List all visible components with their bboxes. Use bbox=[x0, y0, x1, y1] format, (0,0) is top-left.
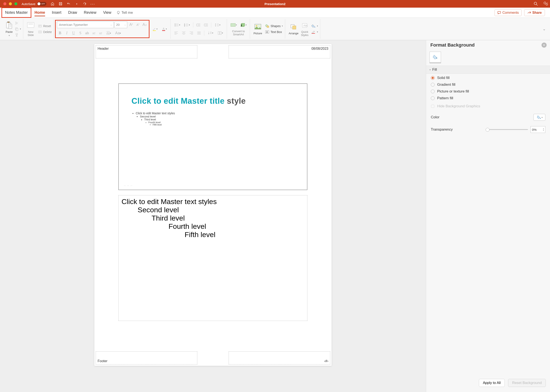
numbering-button[interactable]: 123▾ bbox=[183, 22, 191, 28]
share-button[interactable]: Share bbox=[524, 9, 545, 16]
account-icon[interactable] bbox=[543, 1, 548, 6]
tell-me-button[interactable]: Tell me bbox=[116, 11, 133, 15]
solid-fill-option[interactable]: Solid fill bbox=[431, 76, 545, 80]
transparency-input[interactable]: 0%▴▾ bbox=[530, 126, 545, 133]
align-left-button[interactable] bbox=[173, 30, 180, 36]
shrink-font-button[interactable]: A▾ bbox=[135, 21, 141, 28]
bold-button[interactable]: B bbox=[57, 30, 63, 37]
close-panel-button[interactable]: ✕ bbox=[542, 42, 547, 48]
tab-draw[interactable]: Draw bbox=[65, 8, 80, 18]
radio-icon bbox=[431, 83, 435, 87]
save-icon[interactable] bbox=[59, 2, 63, 6]
strikethrough-button[interactable]: ab bbox=[84, 30, 90, 37]
change-case-button[interactable]: Aa▾ bbox=[114, 30, 122, 37]
notes-placeholder[interactable]: Click to edit Master text styles Second … bbox=[118, 195, 307, 321]
convert-smartart-button[interactable]: Convert to SmartArt bbox=[232, 30, 245, 36]
new-slide-button[interactable]: New Slide bbox=[25, 21, 36, 37]
cut-button[interactable] bbox=[15, 21, 21, 25]
slide-thumbnail[interactable]: Click to edit Master title style Click t… bbox=[118, 83, 307, 190]
shape-style2-button[interactable]: ▾ bbox=[239, 22, 248, 28]
textbox-label: Text Box bbox=[271, 30, 282, 34]
main-area: Header 08/08/2023 Click to edit Master t… bbox=[0, 40, 550, 392]
comments-button[interactable]: Comments bbox=[494, 9, 522, 16]
autosave-switch[interactable]: OFF bbox=[37, 2, 46, 6]
chevron-down-icon: ▾ bbox=[282, 25, 283, 27]
highlight-button[interactable]: ▾ bbox=[150, 26, 159, 32]
superscript-button[interactable]: x2 bbox=[91, 30, 97, 37]
quick-styles-button[interactable]: Abc Quick Styles bbox=[300, 21, 310, 37]
reset-button[interactable]: Reset bbox=[38, 24, 52, 28]
home-icon[interactable] bbox=[51, 2, 54, 6]
shadow-button[interactable]: S bbox=[77, 30, 83, 37]
justify-button[interactable] bbox=[196, 30, 202, 36]
page-number-placeholder[interactable]: ‹#› bbox=[229, 351, 330, 364]
canvas-area[interactable]: Header 08/08/2023 Click to edit Master t… bbox=[0, 40, 426, 392]
arrange-button[interactable]: Arrange bbox=[287, 22, 300, 35]
redo-icon[interactable] bbox=[83, 2, 87, 6]
bullets-button[interactable]: ▾ bbox=[173, 22, 182, 28]
color-picker-button[interactable]: ▾ bbox=[534, 114, 545, 121]
footer-placeholder[interactable]: Footer bbox=[96, 351, 197, 364]
shapes-button[interactable]: Shapes▾ bbox=[265, 24, 283, 28]
subscript-button[interactable]: x2 bbox=[98, 30, 104, 37]
shape-outline-button[interactable]: ▾ bbox=[311, 30, 318, 34]
italic-button[interactable]: I bbox=[64, 30, 70, 37]
svg-text:Abc: Abc bbox=[303, 24, 308, 27]
delete-button[interactable]: Delete bbox=[38, 30, 52, 34]
text-direction-button[interactable]: ▾ bbox=[206, 30, 215, 36]
clear-format-button[interactable]: A∅ bbox=[142, 21, 148, 28]
transparency-slider[interactable] bbox=[486, 129, 528, 130]
gradient-fill-option[interactable]: Gradient fill bbox=[431, 83, 545, 87]
undo-dropdown-icon[interactable]: ▾ bbox=[75, 2, 78, 6]
search-icon[interactable] bbox=[534, 1, 538, 6]
format-painter-button[interactable] bbox=[15, 33, 21, 37]
apply-all-button[interactable]: Apply to All bbox=[479, 379, 505, 387]
highlight-icon bbox=[152, 27, 156, 31]
tab-view[interactable]: View bbox=[100, 8, 115, 18]
tab-insert[interactable]: Insert bbox=[49, 8, 65, 18]
align-center-button[interactable] bbox=[180, 30, 187, 36]
header-placeholder[interactable]: Header bbox=[96, 45, 197, 58]
tab-review[interactable]: Review bbox=[80, 8, 100, 18]
textbox-button[interactable]: AText Box bbox=[265, 30, 283, 34]
pattern-fill-option[interactable]: Pattern fill bbox=[431, 96, 545, 100]
columns-button[interactable]: ▾ bbox=[216, 30, 225, 36]
align-right-button[interactable] bbox=[188, 30, 195, 36]
undo-icon[interactable] bbox=[67, 2, 71, 6]
svg-rect-16 bbox=[153, 30, 156, 31]
paste-button[interactable]: Paste ▾ bbox=[4, 21, 14, 37]
header-text: Header bbox=[98, 47, 109, 50]
underline-button[interactable]: U bbox=[71, 30, 77, 37]
grow-font-button[interactable]: A▴ bbox=[128, 21, 134, 28]
close-window-icon[interactable] bbox=[3, 2, 6, 5]
fill-tab[interactable] bbox=[430, 52, 441, 63]
minimize-window-icon[interactable] bbox=[9, 2, 12, 5]
char-spacing-button[interactable]: AV▾ bbox=[104, 30, 113, 37]
font-color-button[interactable]: A▾ bbox=[160, 26, 168, 32]
quick-styles-icon: Abc bbox=[301, 21, 308, 29]
shape-style1-button[interactable]: ▾ bbox=[229, 22, 238, 28]
maximize-window-icon[interactable] bbox=[14, 2, 17, 5]
tab-notes-master[interactable]: Notes Master bbox=[2, 8, 31, 18]
increase-indent-button[interactable] bbox=[203, 22, 209, 28]
fill-section[interactable]: ▾Fill bbox=[426, 66, 550, 74]
svg-text:A: A bbox=[162, 27, 165, 30]
notes-page[interactable]: Header 08/08/2023 Click to edit Master t… bbox=[94, 44, 331, 366]
window-controls[interactable] bbox=[3, 2, 17, 5]
paragraph-group: ▾ 123▾ ▾ ▾ ▾ bbox=[171, 19, 227, 39]
line-spacing-button[interactable]: ▾ bbox=[213, 22, 222, 28]
copy-button[interactable]: ▾ bbox=[15, 27, 21, 31]
font-name-selector[interactable]: American Typewriter⌵ bbox=[57, 21, 114, 28]
decrease-indent-button[interactable] bbox=[195, 22, 202, 28]
font-size-selector[interactable]: 20⌵ bbox=[114, 21, 127, 28]
picture-button[interactable]: Picture bbox=[252, 22, 263, 35]
shape-fill-button[interactable]: ▾ bbox=[311, 24, 318, 28]
autosave-toggle[interactable]: AutoSave OFF bbox=[21, 2, 46, 6]
date-placeholder[interactable]: 08/08/2023 bbox=[229, 45, 330, 58]
picture-fill-option[interactable]: Picture or texture fill bbox=[431, 89, 545, 94]
more-icon[interactable]: ··· bbox=[91, 2, 95, 6]
collapse-ribbon-icon[interactable]: ⌄ bbox=[543, 27, 546, 31]
tab-home[interactable]: Home bbox=[31, 8, 49, 18]
spinner-icon[interactable]: ▴▾ bbox=[543, 128, 544, 131]
chevron-down-icon: ▾ bbox=[156, 28, 157, 30]
